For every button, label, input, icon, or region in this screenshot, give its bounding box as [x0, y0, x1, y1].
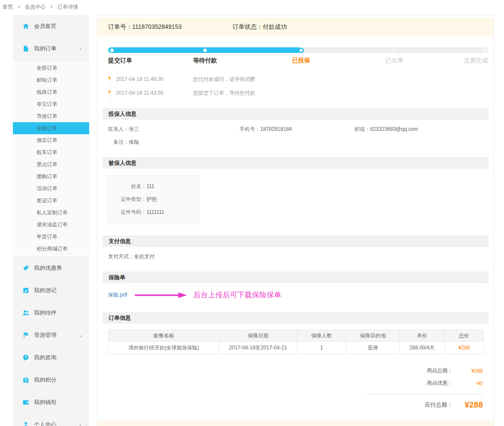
sidebar-subitem-points-mall-orders[interactable]: 积分商城订单: [13, 243, 89, 255]
companions-icon: [22, 309, 29, 316]
insurer-phone: 手机号：18782918184: [240, 126, 349, 133]
breadcrumb: 首页 > 会员中心 > 订单详情: [3, 3, 78, 11]
section-title-payment: 支付信息: [103, 235, 488, 247]
sidebar-item-guide-management[interactable]: 导游管理 ▴: [13, 324, 89, 346]
insured-card: 姓名：111 证件类型：护照 证件号码：1111111: [108, 175, 199, 224]
progress-step-issued: 已出单: [386, 57, 404, 65]
order-number-value: 111870352849153: [132, 23, 182, 30]
section-title-order-info: 订单信息: [103, 312, 488, 324]
wallet-icon: [22, 399, 29, 406]
col-destination: 保障目的地: [346, 330, 400, 342]
chevron-up-icon: ▴: [79, 423, 81, 426]
sidebar-subitem-grocery-orders[interactable]: 柴米油盐订单: [13, 219, 89, 231]
section-title-insurer: 投保人信息: [103, 108, 488, 120]
sidebar-subitem-route-orders[interactable]: 线路订单: [13, 86, 89, 98]
sidebar-item-my-consultations[interactable]: ? 我的咨询: [13, 346, 89, 369]
sidebar-item-label: 我的优惠券: [34, 264, 62, 272]
section-title-insured: 被保人信息: [103, 157, 488, 169]
sidebar-subitem-hotel-orders[interactable]: 酒店订单: [13, 134, 89, 146]
insurer-note-value: 保险: [129, 139, 139, 145]
insured-id-number: 证件号码：1111111: [115, 209, 192, 216]
sidebar-subitem-scenic-orders[interactable]: 景点订单: [13, 158, 89, 170]
sidebar-item-my-coupons[interactable]: 我的优惠券: [13, 257, 89, 279]
discount-row: 商品优惠： -¥0: [354, 380, 483, 387]
payment-method-value: 全款支付: [134, 253, 155, 259]
sidebar-item-label: 个人中心: [34, 421, 56, 426]
sidebar-item-member-home[interactable]: 会员首页: [13, 15, 89, 37]
policy-file-row: 保险.pdf 后台上传后可下载保险保单: [97, 283, 494, 301]
insurer-email-label: 邮箱：: [349, 126, 370, 133]
progress-dot: [110, 49, 114, 52]
sidebar-subitem-treasure-orders[interactable]: 夺宝订单: [13, 98, 89, 110]
timeline-text: 您提交了订单，等待您付款: [193, 90, 255, 96]
sidebar-item-label: 会员首页: [34, 22, 56, 30]
order-progress: 提交订单 等待付款 已投保 已出单 交易完成: [108, 47, 488, 65]
flag-icon: [22, 332, 29, 339]
insurer-contact-label: 联系人：: [108, 126, 129, 133]
progress-step-awaiting-payment: 等待付款: [193, 57, 217, 65]
timeline-bullet-icon: [108, 90, 111, 93]
annotation-text: 后台上传后可下载保险保单: [193, 290, 281, 300]
sidebar-subitem-insurance-orders[interactable]: 保险订单: [13, 122, 89, 134]
sidebar-subitem-private-custom-orders[interactable]: 私人定制订单: [13, 207, 89, 219]
order-table: 套餐名称 保障日期 保障人数 保障目的地 单价 总价 境外旅行经济款(全球旅游保…: [108, 330, 484, 354]
home-icon: [22, 23, 29, 30]
sidebar-subitem-activity-orders[interactable]: 活动订单: [13, 182, 89, 194]
order-status: 订单状态：付款成功: [233, 23, 287, 31]
order-status-label: 订单状态：: [233, 23, 263, 30]
breadcrumb-separator: >: [50, 4, 53, 10]
sidebar-subitem-group-buy-orders[interactable]: 团购订单: [13, 170, 89, 182]
sidebar: 会员首页 我的订单 ▾ 全部订单 邮轮订单 线路订单 夺宝订单 导游订单 保险订…: [13, 15, 89, 426]
payable-total-value: ¥288: [453, 400, 483, 410]
insured-id-type-label: 证件类型：: [115, 196, 146, 203]
travelogue-icon: [22, 287, 29, 294]
order-status-value: 付款成功: [263, 23, 287, 30]
sidebar-subitem-cruise-orders[interactable]: 邮轮订单: [13, 74, 89, 86]
insurer-email: 邮箱：823323683@qq.com: [349, 126, 418, 133]
user-icon: [22, 421, 29, 426]
col-package-name: 套餐名称: [109, 330, 219, 342]
sidebar-subitem-new-year-orders[interactable]: 年货订单: [13, 231, 89, 243]
cell-coverage-date: 2017-04-18至2017-04-21: [219, 342, 297, 354]
order-detail-panel: 订单号：111870352849153 订单状态：付款成功 提交订单 等待付款 …: [97, 15, 494, 426]
footer-summary-bar: 应付总额：¥288 2/5: [97, 421, 494, 426]
sidebar-item-my-wallet[interactable]: 我的钱包: [13, 391, 89, 414]
chevron-up-icon: ▴: [79, 333, 81, 338]
order-header-bar: 订单号：111870352849153 订单状态：付款成功: [97, 18, 494, 36]
payable-total-row: 应付总额： ¥288: [354, 400, 483, 410]
breadcrumb-member-center[interactable]: 会员中心: [25, 4, 46, 10]
progress-dot: [482, 49, 486, 52]
sidebar-item-my-points[interactable]: 我的积分: [13, 369, 89, 391]
svg-text:?: ?: [25, 355, 27, 359]
sidebar-subitem-all-orders[interactable]: 全部订单: [13, 62, 89, 74]
breadcrumb-home[interactable]: 首页: [3, 4, 13, 10]
sidebar-item-label: 导游管理: [34, 331, 56, 339]
sidebar-item-my-orders[interactable]: 我的订单 ▾: [13, 37, 89, 60]
timeline-text: 您已付款成功，请等待消费: [193, 76, 255, 82]
sidebar-item-personal-center[interactable]: 个人中心 ▴: [13, 414, 89, 426]
sidebar-subitem-guide-orders[interactable]: 导游订单: [13, 110, 89, 122]
discount-value: -¥0: [453, 380, 483, 386]
sidebar-item-my-travel-notes[interactable]: 我的游记: [13, 279, 89, 302]
coupon-icon: [22, 265, 29, 272]
order-detail-page: 首页 > 会员中心 > 订单详情 会员首页 我的订单 ▾ 全部订单 邮轮订单 线…: [0, 0, 504, 426]
progress-dot: [393, 49, 396, 52]
payment-method: 支付方式：全款支付: [108, 253, 155, 260]
breadcrumb-current: 订单详情: [57, 4, 78, 10]
timeline-tail: [110, 96, 110, 100]
section-title-policy: 保险单: [103, 272, 488, 283]
totals-divider: [367, 394, 483, 394]
timeline-entry: 2017-04-18 11:43:55 您提交了订单，等待您付款: [108, 90, 494, 97]
question-icon: ?: [22, 354, 29, 361]
insured-id-type: 证件类型：护照: [115, 196, 192, 203]
policy-pdf-link[interactable]: 保险.pdf: [108, 291, 127, 299]
gift-icon: [22, 377, 29, 383]
sidebar-subitem-car-rental-orders[interactable]: 租车订单: [13, 146, 89, 158]
subtotal-row: 商品总额： ¥288: [354, 367, 483, 374]
sidebar-subitem-visa-orders[interactable]: 签证订单: [13, 194, 89, 207]
insurer-info: 联系人：张三 手机号：18782918184 邮箱：823323683@qq.c…: [97, 120, 494, 146]
sidebar-item-my-companions[interactable]: 我的结伴: [13, 302, 89, 324]
cell-destination: 亚洲: [346, 342, 400, 354]
order-number: 订单号：111870352849153: [108, 23, 182, 31]
order-totals: 商品总额： ¥288 商品优惠： -¥0 应付总额： ¥288: [354, 367, 483, 410]
